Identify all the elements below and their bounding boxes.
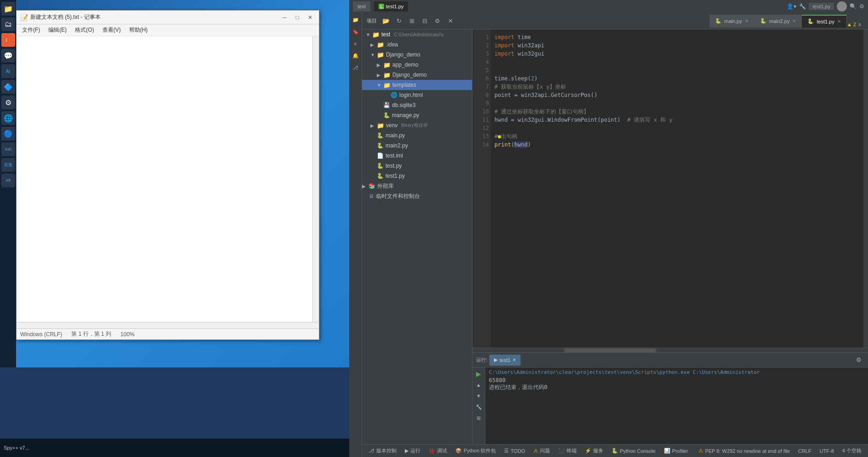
run-settings-btn[interactable]: ⚙: [853, 355, 864, 366]
run-output-number: 65880: [489, 377, 505, 384]
code-line-12: [494, 124, 860, 132]
taskbar-icon-browser[interactable]: 🌐: [1, 111, 15, 125]
status-debug[interactable]: 🐞 调试: [425, 446, 451, 456]
status-line-ending[interactable]: CRLF: [794, 446, 815, 456]
tree-item-idea[interactable]: ▶ 📁 .idea: [362, 39, 472, 50]
left-bar-notification-btn[interactable]: 🔔: [351, 51, 361, 61]
status-profiler[interactable]: 📊 Profiler: [660, 446, 692, 456]
tree-item-temp-files[interactable]: 🖥 临时文件和控制台: [362, 191, 472, 201]
code-content[interactable]: 1 2 3 4 5 6 7 8 9 10 11 12 13: [472, 29, 868, 348]
status-indent[interactable]: 4 个空格: [839, 446, 865, 456]
taskbar-icon-xft[interactable]: Xft: [1, 174, 15, 187]
run-play-btn[interactable]: ▶: [474, 369, 483, 378]
notepad-format-menu[interactable]: 格式(O): [71, 25, 97, 35]
status-python-console[interactable]: 🐍 Python Console: [608, 446, 659, 456]
taskbar-icon-2[interactable]: 🗂: [1, 17, 15, 31]
status-todo[interactable]: ☰ TODO: [500, 446, 529, 456]
toolbar-settings-btn[interactable]: ⚙: [432, 16, 443, 27]
tree-item-db-sqlite3[interactable]: 💾 db.sqlite3: [362, 100, 472, 110]
code-text-area[interactable]: import time import win32api import win32…: [491, 29, 863, 348]
status-services[interactable]: ⚡ 服务: [581, 446, 607, 456]
notepad-help-menu[interactable]: 帮助(H): [125, 25, 152, 35]
tree-item-django-demo[interactable]: ▼ 📁 Django_demo: [362, 50, 472, 60]
editor-tab-main-py[interactable]: 🐍 main.py ✕: [709, 15, 755, 28]
run-exit-msg: 进程已结束，退出代码0: [489, 384, 864, 391]
toolbar-expand-btn[interactable]: ⊞: [406, 16, 417, 27]
taskbar-icon-3[interactable]: i: [1, 33, 15, 47]
editor-tab-test1-py[interactable]: 🐍 test1.py ✕: [802, 15, 847, 28]
tree-item-test-py[interactable]: 🐍 test.py: [362, 161, 472, 171]
status-run[interactable]: ▶ 运行: [401, 446, 424, 456]
tree-item-login-html[interactable]: 🌐 login.html: [362, 90, 472, 100]
left-bar-bookmark-btn[interactable]: 🔖: [351, 27, 361, 37]
notepad-content-area[interactable]: [17, 36, 319, 322]
run-wrench-btn[interactable]: 🔧: [474, 402, 483, 412]
toolbar-close-btn[interactable]: ✕: [445, 16, 456, 27]
toolbar-collapse-btn[interactable]: ⊟: [419, 16, 430, 27]
left-bar-structure-btn[interactable]: ≡: [351, 39, 361, 49]
taskbar-icon-6[interactable]: ⚙: [1, 96, 15, 109]
status-version-control[interactable]: ⎇ 版本控制: [365, 446, 400, 456]
editor-tab-test1py-close[interactable]: ✕: [837, 19, 841, 24]
status-python-packages[interactable]: 📦 Python 软件包: [452, 446, 499, 456]
tree-item-test-iml[interactable]: 📄 test.iml: [362, 151, 472, 161]
pycharm-title-tab-test1[interactable]: 🐍 test1.py: [374, 1, 408, 11]
tree-item-test1-py[interactable]: 🐍 test1.py: [362, 171, 472, 181]
notepad-file-menu[interactable]: 文件(F): [18, 25, 44, 35]
taskbar-icon-4[interactable]: 💬: [1, 49, 15, 62]
tree-item-templates[interactable]: ▼ 📁 templates: [362, 80, 472, 90]
pycharm-settings-icon[interactable]: ⚙: [859, 3, 864, 10]
code-scrollbar-vertical[interactable]: [863, 29, 868, 348]
pycharm-title-tab-test[interactable]: test: [353, 1, 370, 11]
status-encoding[interactable]: UTF-8: [816, 446, 838, 456]
taskbar-icon-5[interactable]: 🔷: [1, 80, 15, 94]
pycharm-branch-icon[interactable]: test1.py: [809, 3, 834, 10]
notepad-scrollbar-vertical[interactable]: [312, 36, 319, 322]
templates-arrow: ▼: [377, 83, 381, 88]
editor-tab-main2-py[interactable]: 🐍 main2.py ✕: [755, 15, 802, 28]
status-problems[interactable]: ⚠ 问题: [530, 446, 554, 456]
toolbar-refresh-btn[interactable]: ↻: [393, 16, 404, 27]
tree-item-external-libs[interactable]: ▶ 📚 外部库: [362, 181, 472, 191]
root-name: test: [381, 31, 390, 38]
pycharm-search-glass-icon[interactable]: 🔍: [850, 3, 857, 10]
tree-item-venv[interactable]: ▶ 📁 venv library根目录: [362, 120, 472, 130]
code-scrollbar-horizontal[interactable]: [472, 348, 868, 352]
expand-icon[interactable]: ∧: [858, 22, 862, 28]
appdemo-name: app_demo: [392, 62, 419, 68]
taskbar-icon-1[interactable]: 📁: [1, 2, 15, 16]
notepad-minimize-button[interactable]: ─: [279, 12, 289, 23]
status-right-section: ⚠ PEP 8: W292 no newline at end of file …: [695, 446, 865, 456]
left-bar-project-btn[interactable]: 📁: [351, 15, 361, 25]
run-down-btn[interactable]: ▼: [474, 391, 483, 401]
tree-item-django-sub[interactable]: ▶ 📁 Django_demo: [362, 70, 472, 80]
taskbar-icon-ai[interactable]: AI: [1, 64, 15, 78]
editor-tab-main2py-close[interactable]: ✕: [792, 18, 796, 23]
editor-tab-mainpy-close[interactable]: ✕: [745, 18, 749, 23]
tree-item-manage-py[interactable]: 🐍 manage.py: [362, 110, 472, 120]
notepad-edit-menu[interactable]: 编辑(E): [45, 25, 70, 35]
run-tab-test1[interactable]: ▶ test1 ✕: [489, 355, 521, 366]
notepad-maximize-button[interactable]: □: [292, 12, 302, 23]
pycharm-user-icon[interactable]: 👤▾: [787, 3, 796, 10]
toolbar-folder-btn[interactable]: 📂: [380, 16, 391, 27]
taskbar-icon-baidu[interactable]: 百度: [1, 158, 15, 172]
status-terminal[interactable]: ⬛ 终端: [555, 446, 580, 456]
status-warning-text[interactable]: ⚠ PEP 8: W292 no newline at end of file: [695, 446, 793, 456]
run-up-btn[interactable]: ▲: [474, 380, 483, 389]
notepad-scrollbar-horizontal[interactable]: [17, 322, 319, 328]
tree-item-app-demo[interactable]: ▶ 📁 app_demo: [362, 60, 472, 70]
taskbar-icon-7[interactable]: 🔵: [1, 127, 15, 141]
taskbar-icon-xsh[interactable]: Xsh: [1, 142, 15, 156]
tree-item-main2-py[interactable]: 🐍 main2.py: [362, 141, 472, 151]
toolbar-project-label[interactable]: 项目: [365, 16, 379, 27]
tree-root[interactable]: ▼ 📁 test C:\Users\Administrator\c: [362, 29, 472, 39]
pycharm-search-icon[interactable]: 🔧: [799, 3, 806, 10]
tree-item-main-py[interactable]: 🐍 main.py: [362, 130, 472, 141]
left-bar-git-btn[interactable]: ⎇: [351, 62, 361, 73]
run-tab-close[interactable]: ✕: [512, 357, 516, 362]
testpy-icon: 🐍: [377, 163, 384, 169]
run-filter-btn[interactable]: ⊞: [474, 413, 483, 423]
notepad-view-menu[interactable]: 查看(V): [99, 25, 125, 35]
notepad-close-button[interactable]: ✕: [305, 12, 315, 23]
